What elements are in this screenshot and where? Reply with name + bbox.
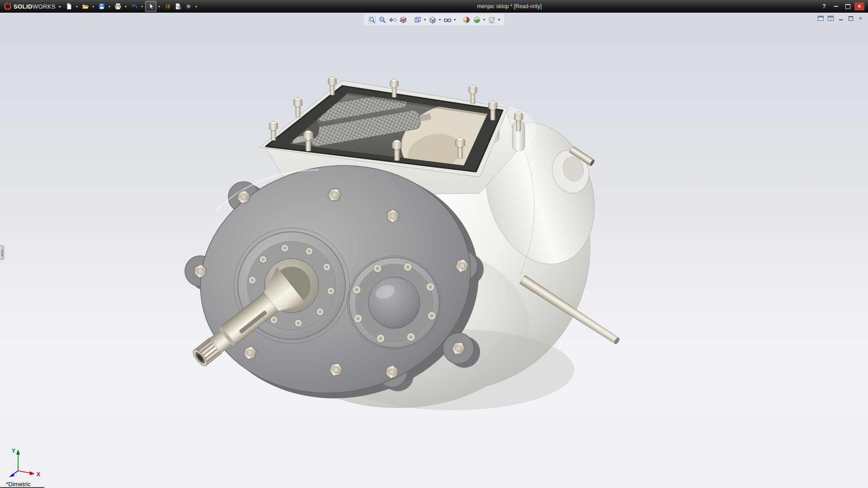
options-button[interactable]: [183, 1, 193, 11]
section-view-button[interactable]: [398, 14, 408, 25]
undo-button[interactable]: [129, 1, 139, 11]
view-settings-button[interactable]: [486, 14, 497, 25]
brand-name-bold: SOLID: [14, 3, 33, 10]
display-style-button[interactable]: [427, 14, 438, 25]
view-settings-icon: [488, 16, 496, 24]
solidworks-logo-icon: [4, 2, 12, 10]
doc-restore-button[interactable]: [847, 15, 854, 22]
view-orientation-button[interactable]: [412, 14, 423, 25]
new-document-dropdown[interactable]: ▾: [74, 1, 79, 11]
zoom-to-area-icon: [378, 16, 387, 24]
view-settings-dropdown[interactable]: ▾: [497, 14, 501, 25]
doc-close-button[interactable]: ×: [857, 15, 864, 22]
reference-triad[interactable]: Y X: [5, 446, 46, 479]
restore-button[interactable]: [843, 2, 853, 10]
doc-minimize-icon: [839, 19, 843, 20]
left-pane-splitter[interactable]: [0, 245, 4, 260]
file-properties-button[interactable]: [173, 1, 183, 11]
window-pane-split-icon: [828, 16, 834, 21]
new-document-icon: [66, 3, 73, 10]
apply-scene-button[interactable]: [472, 14, 482, 25]
doc-restore-icon: [849, 16, 853, 21]
options-gear-icon: [185, 3, 192, 10]
display-style-dropdown[interactable]: ▾: [438, 14, 442, 25]
side-cover-plate[interactable]: [349, 258, 439, 348]
document-window-controls: ×: [817, 15, 864, 22]
options-dropdown[interactable]: ▾: [193, 1, 198, 11]
apply-scene-dropdown[interactable]: ▾: [482, 14, 486, 25]
hide-show-glasses-icon: [443, 16, 452, 24]
save-button[interactable]: [96, 1, 107, 11]
save-dropdown[interactable]: ▾: [107, 1, 112, 11]
y-axis-label: Y: [12, 448, 15, 454]
print-dropdown[interactable]: ▾: [123, 1, 128, 11]
print-button[interactable]: [113, 1, 123, 11]
undo-dropdown[interactable]: ▾: [139, 1, 144, 11]
hide-show-items-button[interactable]: [442, 14, 453, 25]
select-cursor-icon: [147, 3, 155, 10]
new-document-button[interactable]: [64, 1, 74, 11]
quick-access-toolbar: ▾ ▾ ▾ ▾: [64, 1, 199, 12]
edit-appearance-sphere-icon: [462, 16, 471, 24]
open-folder-icon: [82, 3, 89, 10]
select-button[interactable]: [145, 1, 156, 12]
window-title: menjac sklop * [Read-only]: [199, 3, 819, 9]
hide-show-items-dropdown[interactable]: ▾: [453, 14, 457, 25]
window-pane-icon: [818, 16, 824, 21]
view-orientation-label: *Dimetric: [6, 481, 31, 488]
edit-appearance-button[interactable]: [461, 14, 472, 25]
zoom-to-fit-button[interactable]: [367, 14, 377, 25]
rebuild-button[interactable]: [162, 1, 173, 11]
help-button[interactable]: ?: [819, 2, 829, 10]
scene-canvas[interactable]: [0, 13, 868, 488]
undo-icon: [131, 3, 138, 10]
rebuild-traffic-icon: [164, 3, 171, 10]
previous-view-icon: [389, 16, 397, 24]
minimize-icon: [834, 6, 838, 7]
titlebar: SOLIDWORKS ▸ ▾ ▾ ▾: [0, 0, 868, 13]
file-properties-icon: [175, 3, 182, 10]
zoom-to-area-button[interactable]: [377, 14, 387, 25]
close-button[interactable]: ×: [854, 2, 864, 10]
window-controls: ? ×: [819, 2, 868, 10]
view-orientation-dropdown[interactable]: ▾: [423, 14, 427, 25]
open-button[interactable]: [80, 1, 90, 11]
minimize-button[interactable]: [831, 2, 841, 10]
print-icon: [114, 3, 122, 10]
doc-minimize-button[interactable]: [837, 15, 844, 22]
display-style-cube-icon: [429, 16, 437, 24]
apply-scene-sphere-icon: [473, 16, 481, 24]
heads-up-view-toolbar: ▾ ▾ ▾: [364, 14, 504, 25]
brand-name-light: WORKS: [33, 3, 56, 10]
select-dropdown[interactable]: ▾: [156, 1, 161, 11]
section-view-icon: [399, 16, 407, 24]
save-icon: [98, 3, 105, 10]
restore-icon: [845, 4, 850, 9]
doc-window-pane-split-button[interactable]: [827, 15, 835, 22]
x-axis-arrow: [30, 471, 35, 475]
menu-flyout-icon[interactable]: ▸: [59, 4, 61, 9]
zoom-to-fit-icon: [368, 16, 376, 24]
previous-view-button[interactable]: [387, 14, 398, 25]
graphics-viewport[interactable]: ▾ ▾ ▾: [0, 13, 868, 488]
doc-window-pane-button[interactable]: [817, 15, 825, 22]
view-orientation-cube-icon: [414, 16, 422, 24]
x-axis-label: X: [37, 471, 40, 478]
y-axis-arrow: [16, 450, 20, 455]
solidworks-brand[interactable]: SOLIDWORKS: [0, 2, 58, 10]
open-dropdown[interactable]: ▾: [90, 1, 95, 11]
